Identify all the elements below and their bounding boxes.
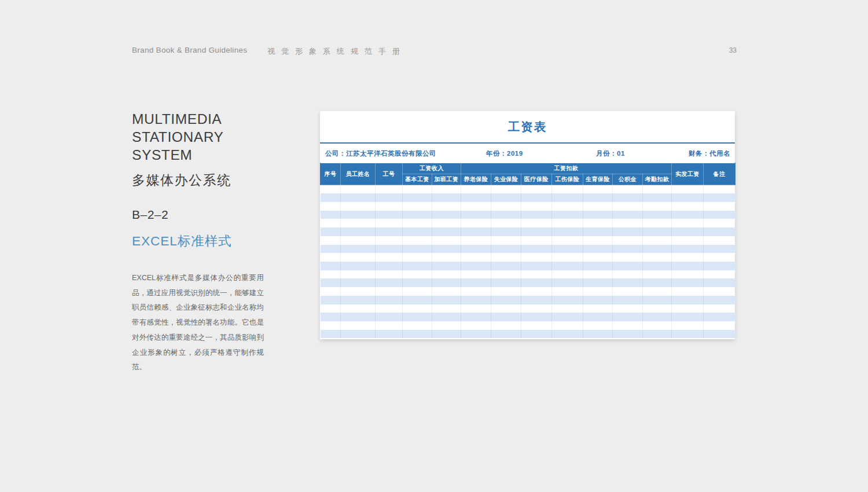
body-cell xyxy=(672,227,704,236)
body-cell xyxy=(672,253,704,262)
body-cell xyxy=(552,219,583,227)
body-cell xyxy=(341,185,376,194)
body-cell xyxy=(432,278,461,287)
table-row xyxy=(321,313,735,321)
body-cell xyxy=(521,185,552,194)
section-code: B–2–2 xyxy=(132,208,265,222)
header-group-cell: 工资扣款 xyxy=(461,163,672,174)
section-title-en: MULTIMEDIA STATIONARY SYSTEM xyxy=(132,110,265,164)
body-cell xyxy=(403,185,432,194)
body-cell xyxy=(341,296,376,304)
body-cell xyxy=(704,287,735,296)
body-cell xyxy=(403,270,432,279)
body-cell xyxy=(403,262,432,270)
body-cell xyxy=(613,211,643,219)
body-cell xyxy=(461,227,491,236)
body-cell xyxy=(432,330,461,339)
body-cell xyxy=(552,270,583,279)
table-row xyxy=(321,236,735,245)
body-cell xyxy=(321,211,341,219)
body-cell xyxy=(672,270,704,279)
body-cell xyxy=(613,245,643,254)
body-cell xyxy=(321,313,341,321)
body-cell xyxy=(672,236,704,245)
body-cell xyxy=(461,219,491,227)
body-cell xyxy=(704,262,735,270)
body-cell xyxy=(521,287,552,296)
body-cell xyxy=(491,313,521,321)
body-cell xyxy=(341,270,376,279)
body-cell xyxy=(491,236,521,245)
body-cell xyxy=(704,236,735,245)
body-cell xyxy=(552,304,583,313)
body-cell xyxy=(461,278,491,287)
header-cell: 工伤保险 xyxy=(552,174,583,185)
body-cell xyxy=(491,287,521,296)
body-cell xyxy=(704,219,735,227)
body-cell xyxy=(613,185,643,194)
header-cell: 考勤扣款 xyxy=(643,174,672,185)
body-cell xyxy=(672,202,704,211)
body-cell xyxy=(613,313,643,321)
body-cell xyxy=(552,278,583,287)
body-cell xyxy=(643,278,672,287)
body-cell xyxy=(583,211,613,219)
body-cell xyxy=(403,313,432,321)
body-cell xyxy=(672,211,704,219)
body-cell xyxy=(583,219,613,227)
body-cell xyxy=(321,304,341,313)
body-cell xyxy=(376,278,403,287)
body-cell xyxy=(643,185,672,194)
header-cell: 失业保险 xyxy=(491,174,521,185)
body-cell xyxy=(376,330,403,339)
table-row xyxy=(321,270,735,279)
body-cell xyxy=(461,287,491,296)
body-cell xyxy=(583,313,613,321)
body-cell xyxy=(321,287,341,296)
body-cell xyxy=(321,253,341,262)
body-cell xyxy=(552,211,583,219)
body-cell xyxy=(461,270,491,279)
body-cell xyxy=(643,321,672,330)
body-cell xyxy=(583,278,613,287)
section-title-cn: 多媒体办公系统 xyxy=(132,171,265,189)
body-cell xyxy=(461,313,491,321)
excel-sample-card: 工资表 公司：江苏太平洋石英股份有限公司 年份：2019 月份：01 财务：代用… xyxy=(320,111,735,339)
body-cell xyxy=(521,262,552,270)
body-cell xyxy=(672,296,704,304)
body-cell xyxy=(521,278,552,287)
body-cell xyxy=(403,321,432,330)
body-cell xyxy=(521,236,552,245)
table-row xyxy=(321,253,735,262)
body-cell xyxy=(341,227,376,236)
body-cell xyxy=(613,330,643,339)
table-row xyxy=(321,193,735,202)
body-cell xyxy=(704,330,735,339)
body-cell xyxy=(552,227,583,236)
body-cell xyxy=(341,219,376,227)
salary-table-info-row: 公司：江苏太平洋石英股份有限公司 年份：2019 月份：01 财务：代用名 xyxy=(320,144,735,163)
body-cell xyxy=(552,202,583,211)
body-cell xyxy=(403,236,432,245)
body-cell xyxy=(552,185,583,194)
body-cell xyxy=(341,193,376,202)
body-cell xyxy=(341,287,376,296)
body-cell xyxy=(552,253,583,262)
body-cell xyxy=(704,253,735,262)
body-cell xyxy=(461,236,491,245)
body-cell xyxy=(583,330,613,339)
body-cell xyxy=(376,202,403,211)
body-cell xyxy=(552,330,583,339)
table-row xyxy=(321,287,735,296)
body-cell xyxy=(491,278,521,287)
body-cell xyxy=(643,202,672,211)
table-row xyxy=(321,321,735,330)
body-cell xyxy=(321,330,341,339)
body-cell xyxy=(321,270,341,279)
body-cell xyxy=(704,304,735,313)
body-cell xyxy=(432,287,461,296)
body-cell xyxy=(403,304,432,313)
body-cell xyxy=(521,296,552,304)
body-cell xyxy=(341,321,376,330)
body-cell xyxy=(704,193,735,202)
